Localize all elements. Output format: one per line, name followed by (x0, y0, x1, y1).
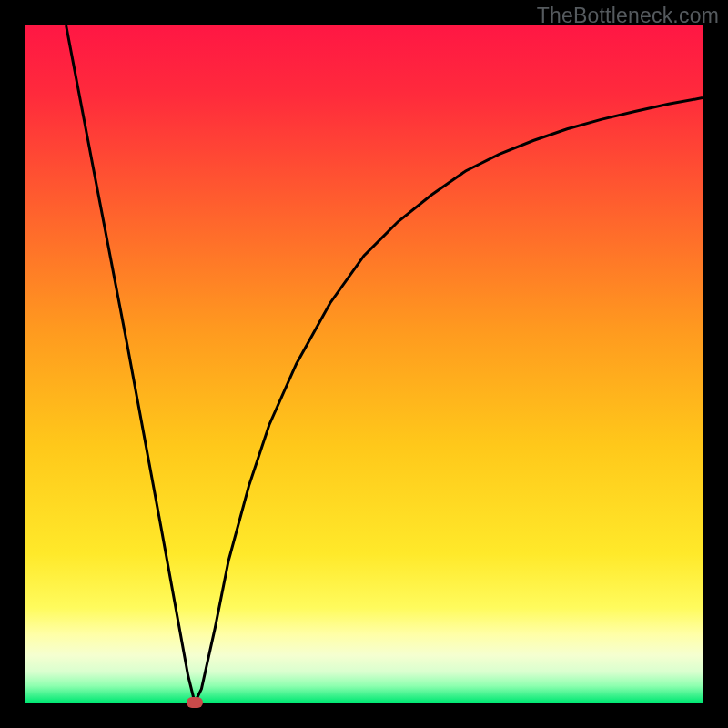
plot-area (25, 25, 703, 703)
optimal-point-marker (187, 697, 203, 708)
watermark-text: TheBottleneck.com (537, 4, 719, 28)
chart-frame (25, 25, 703, 703)
curve-layer (25, 25, 703, 703)
bottleneck-curve (66, 25, 703, 703)
